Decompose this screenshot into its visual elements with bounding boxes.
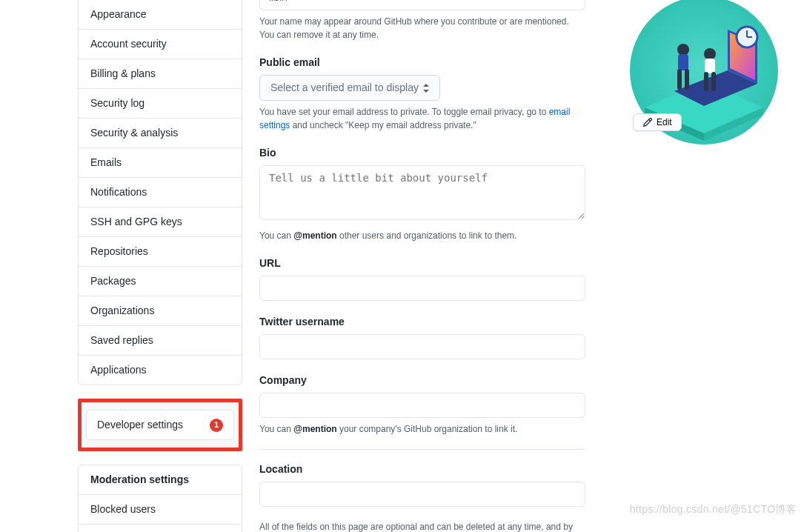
divider: [259, 449, 585, 450]
profile-form: libin Your name may appear around GitHub…: [259, 0, 585, 532]
company-note: You can @mention your company's GitHub o…: [259, 422, 585, 436]
sidebar-item-notifications[interactable]: Notifications: [79, 178, 242, 207]
svg-rect-17: [711, 72, 716, 91]
email-note: You have set your email address to priva…: [259, 105, 585, 132]
sidebar-item-developer-settings[interactable]: Developer settings 1: [86, 410, 234, 440]
company-input[interactable]: [259, 393, 585, 418]
sidebar-item-label: Organizations: [90, 305, 154, 316]
bio-note: You can @mention other users and organiz…: [259, 229, 585, 242]
sidebar-item-security-log[interactable]: Security log: [79, 89, 242, 119]
sidebar-item-label: Blocked users: [90, 503, 156, 515]
pencil-icon: [642, 117, 653, 127]
sidebar-item-label: Appearance: [90, 8, 147, 20]
sidebar-item-organizations[interactable]: Organizations: [79, 296, 242, 326]
bio-label: Bio: [259, 145, 585, 161]
bio-textarea[interactable]: [259, 165, 585, 220]
sidebar-item-ssh-gpg[interactable]: SSH and GPG keys: [79, 207, 242, 237]
public-email-select[interactable]: Select a verified email to display: [259, 75, 440, 101]
url-input[interactable]: [259, 276, 585, 301]
sidebar-item-label: Security & analysis: [90, 127, 178, 139]
sidebar-item-blocked-users[interactable]: Blocked users: [79, 495, 242, 525]
annotation-badge: 1: [210, 419, 223, 432]
sidebar-item-label: Applications: [90, 364, 147, 376]
sidebar-item-security-analysis[interactable]: Security & analysis: [79, 119, 242, 148]
settings-sidebar: Appearance Account security Billing & pl…: [78, 0, 242, 532]
highlight-annotation: Developer settings 1: [78, 399, 242, 451]
sidebar-menu-moderation: Moderation settings Blocked users Intera…: [78, 465, 242, 532]
sidebar-item-label: Repositories: [90, 245, 148, 257]
svg-rect-16: [704, 72, 708, 91]
sidebar-item-label: Notifications: [90, 186, 147, 198]
select-caret-icon: [423, 84, 429, 93]
svg-rect-12: [677, 69, 682, 90]
sidebar-item-label: Developer settings: [97, 417, 183, 433]
svg-point-14: [704, 48, 716, 60]
sidebar-item-label: Emails: [90, 156, 122, 168]
twitter-label: Twitter username: [259, 314, 585, 330]
svg-rect-15: [705, 59, 715, 73]
sidebar-item-billing[interactable]: Billing & plans: [79, 59, 242, 89]
sidebar-item-packages[interactable]: Packages: [79, 267, 242, 296]
name-note: Your name may appear around GitHub where…: [259, 15, 585, 41]
location-label: Location: [259, 462, 585, 477]
avatar-column: Edit: [585, 0, 741, 532]
public-email-label: Public email: [259, 55, 585, 70]
twitter-input[interactable]: [259, 334, 585, 359]
sidebar-header-moderation: Moderation settings: [79, 465, 242, 495]
edit-label: Edit: [657, 117, 672, 127]
svg-rect-13: [685, 69, 689, 90]
company-label: Company: [259, 373, 585, 388]
sidebar-item-label: Security log: [90, 97, 144, 109]
name-input[interactable]: libin: [259, 0, 585, 10]
footer-note: All of the fields on this page are optio…: [259, 520, 585, 532]
avatar-edit-button[interactable]: Edit: [633, 113, 682, 131]
sidebar-item-saved-replies[interactable]: Saved replies: [79, 326, 242, 356]
sidebar-item-label: Saved replies: [90, 334, 153, 346]
sidebar-item-emails[interactable]: Emails: [79, 148, 242, 178]
svg-point-10: [677, 44, 689, 56]
sidebar-item-applications[interactable]: Applications: [79, 356, 242, 385]
svg-rect-11: [678, 54, 688, 70]
url-label: URL: [259, 256, 585, 271]
sidebar-item-appearance[interactable]: Appearance: [79, 0, 242, 30]
sidebar-item-account-security[interactable]: Account security: [79, 30, 242, 59]
sidebar-item-label: Account security: [90, 38, 167, 50]
sidebar-item-label: Packages: [90, 275, 136, 287]
sidebar-item-label: SSH and GPG keys: [90, 216, 182, 227]
sidebar-item-label: Billing & plans: [90, 67, 156, 79]
sidebar-item-repositories[interactable]: Repositories: [79, 237, 242, 267]
sidebar-menu-main: Appearance Account security Billing & pl…: [78, 0, 242, 385]
location-input[interactable]: [259, 482, 585, 507]
select-placeholder: Select a verified email to display: [270, 80, 419, 96]
sidebar-item-interaction-limits[interactable]: Interaction limits: [79, 525, 242, 532]
